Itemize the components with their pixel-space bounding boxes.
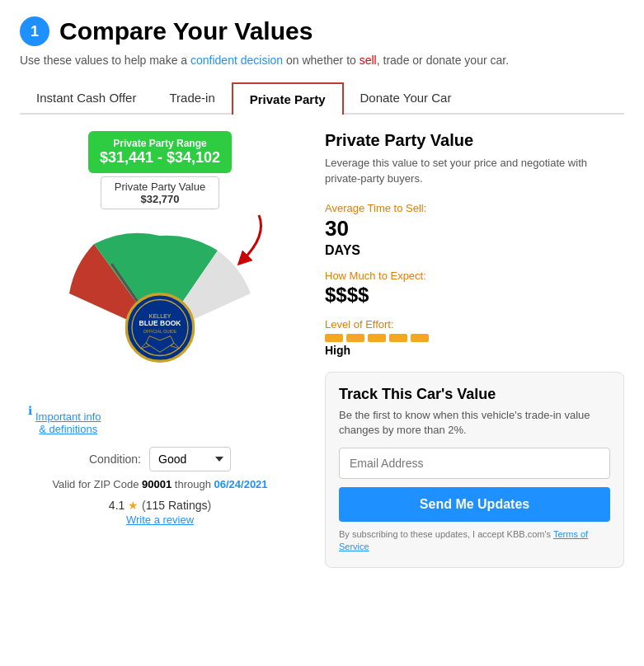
- effort-bar-1: [325, 334, 343, 342]
- effort-bar-4: [389, 334, 407, 342]
- effort-bar-2: [346, 334, 364, 342]
- svg-text:KELLEY: KELLEY: [149, 312, 172, 318]
- track-title: Track This Car's Value: [339, 386, 610, 403]
- info-icon: ℹ: [28, 404, 32, 417]
- write-review-link[interactable]: Write a review: [20, 514, 300, 526]
- avg-time-label: Average Time to Sell:: [325, 202, 624, 214]
- avg-time-unit: DAYS: [325, 243, 624, 258]
- tab-tradein[interactable]: Trade-in: [153, 82, 231, 113]
- left-panel: Private Party Range $31,441 - $34,102 Pr…: [20, 131, 300, 568]
- avg-time-number: 30: [325, 216, 624, 242]
- header-row: 1 Compare Your Values: [20, 16, 624, 46]
- info-link[interactable]: Important info & definitions: [35, 410, 101, 435]
- info-link-row: ℹ Important info & definitions: [28, 404, 300, 435]
- tabs-row: Instant Cash Offer Trade-in Private Part…: [20, 82, 624, 115]
- right-panel: Private Party Value Leverage this value …: [317, 131, 624, 568]
- value-box: Private Party Value $32,770: [101, 176, 219, 209]
- svg-text:OFFICIAL GUIDE: OFFICIAL GUIDE: [143, 329, 177, 334]
- effort-bar-3: [368, 334, 386, 342]
- effort-bars: [325, 334, 624, 342]
- rating-row: 4.1 ★ (115 Ratings) Write a review: [20, 499, 300, 526]
- effort-text: High: [325, 344, 624, 357]
- red-arrow: [209, 211, 275, 272]
- expect-label: How Much to Expect:: [325, 270, 624, 282]
- tab-donate[interactable]: Donate Your Car: [344, 82, 468, 113]
- email-input[interactable]: [339, 448, 610, 479]
- condition-label: Condition:: [89, 453, 141, 466]
- range-title: Private Party Range: [100, 138, 220, 149]
- star-icon: ★: [128, 499, 139, 512]
- effort-label: Level of Effort:: [325, 318, 624, 331]
- zip-row: Valid for ZIP Code 90001 through 06/24/2…: [20, 478, 300, 490]
- track-description: Be the first to know when this vehicle's…: [339, 408, 610, 438]
- expect-value: $$$$: [325, 284, 624, 307]
- subtitle: Use these values to help make a confiden…: [20, 53, 624, 69]
- effort-bar-5: [411, 334, 429, 342]
- page-title: Compare Your Values: [59, 17, 313, 45]
- tab-instant-cash[interactable]: Instant Cash Offer: [20, 82, 153, 113]
- tab-private-party[interactable]: Private Party: [232, 82, 344, 115]
- step-circle: 1: [20, 16, 49, 46]
- condition-select[interactable]: Good Excellent Fair Poor: [149, 447, 231, 471]
- send-updates-button[interactable]: Send Me Updates: [339, 487, 610, 522]
- terms-text: By subscribing to these updates, I accep…: [339, 528, 610, 554]
- range-value: $31,441 - $34,102: [100, 149, 220, 166]
- condition-row: Condition: Good Excellent Fair Poor: [20, 447, 300, 471]
- private-party-description: Leverage this value to set your price an…: [325, 155, 624, 187]
- track-box: Track This Car's Value Be the first to k…: [325, 372, 624, 568]
- svg-text:BLUE BOOK: BLUE BOOK: [139, 319, 182, 327]
- gauge-label-box: Private Party Range $31,441 - $34,102: [88, 131, 232, 173]
- private-party-value-title: Private Party Value: [325, 131, 624, 150]
- kbb-badge: KELLEY BLUE BOOK OFFICIAL GUIDE: [125, 293, 195, 363]
- main-content: Private Party Range $31,441 - $34,102 Pr…: [20, 131, 624, 568]
- gauge-card: Private Party Range $31,441 - $34,102 Pr…: [20, 131, 300, 526]
